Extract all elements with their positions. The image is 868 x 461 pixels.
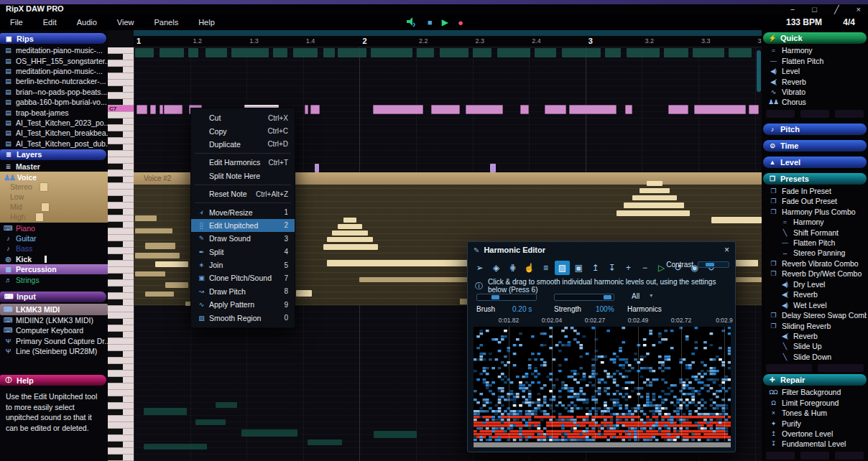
timeline-ruler[interactable]: 11.21.31.422.22.32.433.23.33.4 (134, 36, 762, 47)
repair-tool-item[interactable]: ΩΩ Filter Background (763, 387, 867, 397)
note[interactable] (625, 105, 632, 114)
preset-item[interactable]: ❐ Fade Out Preset (763, 196, 867, 206)
layer-item[interactable]: ♬ Strings (0, 274, 108, 284)
loop-bar[interactable] (134, 30, 762, 36)
preset-item[interactable]: ❐ Sliding Reverb (763, 320, 867, 330)
level-handle[interactable] (36, 213, 43, 221)
voice-sub-row[interactable]: Mid (0, 202, 108, 213)
tool-button[interactable]: ↥ (588, 261, 603, 275)
repair-tool-item[interactable]: ↧ Fundamental Level (763, 439, 867, 449)
strength-slider[interactable] (554, 294, 614, 301)
tool-button[interactable]: ▨ (555, 261, 570, 275)
sound-blob[interactable] (338, 224, 362, 229)
layer-item[interactable]: ⌨ Piano (0, 223, 108, 233)
sound-blob[interactable] (296, 290, 312, 297)
percussion-hit[interactable] (231, 48, 269, 57)
piano-key[interactable] (108, 390, 134, 396)
menu-item[interactable]: Help (188, 14, 225, 30)
tool-button[interactable]: ↧ (604, 261, 619, 275)
piano-key[interactable] (108, 261, 134, 267)
piano-key[interactable] (108, 177, 134, 183)
sound-blob[interactable] (647, 181, 662, 186)
piano-key-c7[interactable]: C7 (108, 106, 134, 112)
tool-button[interactable]: ▣ (571, 261, 586, 275)
menu-item[interactable]: File (0, 14, 33, 30)
piano-key[interactable] (108, 351, 134, 358)
time-section-header[interactable]: ⊙ Time (763, 140, 867, 152)
sound-blob[interactable] (327, 237, 373, 242)
note[interactable] (310, 105, 320, 114)
percussion-hit[interactable] (160, 48, 184, 57)
piano-key[interactable] (108, 118, 134, 125)
vertical-scrollbar-thumb[interactable] (757, 50, 761, 92)
contrast-slider[interactable] (698, 261, 729, 268)
contrast-slider-handle[interactable] (706, 263, 714, 266)
piano-key[interactable] (108, 455, 134, 461)
harmonic-editor-titlebar[interactable]: ✎ Harmonic Editor × (468, 242, 735, 258)
piano-key[interactable] (108, 131, 134, 138)
context-menu-item[interactable]: Split Note Here (191, 169, 295, 182)
rips-section-header[interactable]: ▣ Rips (0, 33, 106, 44)
tool-button[interactable]: ➢ (472, 261, 487, 275)
sound-blob[interactable] (135, 228, 172, 233)
sound-blob[interactable] (145, 243, 175, 249)
tool-button[interactable]: ☝ (522, 261, 537, 275)
piano-key[interactable] (108, 248, 134, 254)
rip-item[interactable]: ▤ trap-beat-james (0, 107, 108, 117)
context-menu-item[interactable]: ∿ Apply Pattern 9 (191, 298, 295, 311)
layer-voice[interactable]: ♟♟ Voice (0, 172, 108, 182)
tool-button[interactable]: − (637, 261, 652, 275)
play-button[interactable]: ▶ (442, 17, 448, 27)
piano-key[interactable] (108, 364, 134, 371)
preset-item[interactable]: ◀) Dry Level (763, 279, 867, 289)
percussion-hit[interactable] (417, 48, 434, 57)
piano-key[interactable] (108, 274, 134, 280)
piano-key[interactable] (108, 383, 134, 390)
piano-key[interactable] (108, 54, 134, 60)
tool-button[interactable]: + (621, 261, 636, 275)
quick-tool-item[interactable]: ◀( Reverb (763, 76, 867, 86)
percussion-hit[interactable] (293, 48, 318, 57)
preset-item[interactable]: ╲ Slide Up (763, 341, 867, 351)
piano-key[interactable] (108, 170, 134, 177)
piano-key[interactable] (108, 325, 134, 332)
note[interactable] (749, 105, 759, 114)
preset-item[interactable]: = Harmony (763, 217, 867, 227)
sound-blob[interactable] (135, 215, 157, 221)
context-menu-item[interactable]: Duplicate Ctrl+D (191, 138, 295, 151)
level-handle[interactable] (40, 183, 47, 191)
rip-item[interactable]: ▤ AI_Test_Kitchen_breakbea... (0, 128, 108, 138)
preset-item[interactable]: — Flatten Pitch (763, 238, 867, 248)
preset-item[interactable]: ◀) Wet Level (763, 299, 867, 309)
tool-button[interactable]: ⋕ (505, 261, 520, 275)
note[interactable] (545, 105, 566, 114)
percussion-hit[interactable] (729, 48, 752, 57)
piano-key[interactable] (108, 319, 134, 325)
piano-key[interactable] (108, 409, 134, 416)
rip-item[interactable]: ▤ OS_HHF_155_songstarter... (0, 55, 108, 65)
layer-item[interactable]: ◎ Kick (0, 254, 108, 264)
piano-key[interactable] (108, 209, 134, 215)
harmonics-dropdown[interactable]: All ▾ (632, 292, 652, 300)
note[interactable] (305, 105, 308, 114)
percussion-hit[interactable] (693, 48, 724, 57)
sound-blob[interactable] (144, 444, 207, 450)
percussion-hit[interactable] (323, 48, 335, 57)
layer-item[interactable]: ▩ Percussion (0, 264, 108, 274)
piano-key[interactable] (108, 345, 134, 351)
menu-item[interactable]: Edit (33, 14, 67, 30)
resize-button[interactable]: ╱ (834, 5, 839, 14)
note[interactable] (164, 105, 183, 114)
input-section-header[interactable]: ⌨ Input (0, 292, 106, 302)
menu-item[interactable]: Panels (144, 14, 189, 30)
brush-slider[interactable] (476, 294, 537, 301)
percussion-hit[interactable] (605, 48, 621, 57)
rip-item[interactable]: ▤ AI_Test_Kitchen_post_dub... (0, 139, 108, 149)
piano-key[interactable] (108, 80, 134, 86)
piano-key[interactable] (108, 448, 134, 455)
piano-key[interactable] (108, 338, 134, 345)
voice-sub-row[interactable]: High (0, 213, 108, 223)
context-menu-item[interactable]: ∗ Join 5 (191, 259, 295, 271)
sound-blob[interactable] (144, 408, 187, 415)
preset-item[interactable]: ╲ Shift Formant (763, 227, 867, 237)
